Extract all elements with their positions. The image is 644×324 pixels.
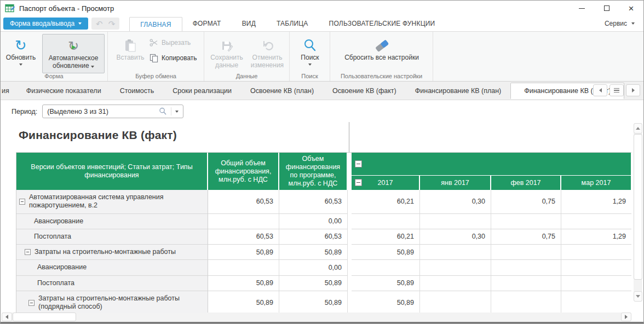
value-cell[interactable]: 50,89 <box>279 276 348 291</box>
pane-splitter <box>348 214 352 229</box>
refresh-button[interactable]: ↻ Обновить <box>3 34 39 66</box>
value-cell[interactable] <box>491 276 561 291</box>
collapse-year-icon[interactable] <box>355 179 362 186</box>
row-label-cell[interactable]: Авансирование <box>16 260 208 275</box>
tabs-scroll-left-button[interactable] <box>593 84 607 96</box>
value-cell[interactable]: 0,30 <box>420 229 491 245</box>
ribbon-tab-view[interactable]: ВИД <box>232 16 266 31</box>
value-cell[interactable]: 50,89 <box>208 276 279 291</box>
value-cell[interactable]: 0,75 <box>491 190 561 214</box>
value-cell[interactable] <box>561 245 631 260</box>
divider <box>171 107 171 115</box>
value-cell[interactable] <box>352 214 420 229</box>
maximize-button[interactable] <box>594 1 619 16</box>
row-label-cell[interactable]: Затраты на строительно-монтажные работы … <box>16 291 208 313</box>
value-cell[interactable]: 50,89 <box>352 291 420 313</box>
row-label-cell[interactable]: Постоплата <box>16 276 208 291</box>
value-cell[interactable]: 60,53 <box>208 229 279 245</box>
horizontal-scroll-thumb[interactable] <box>13 313 76 321</box>
auto-refresh-button[interactable]: ↻▶ Автоматическое обновление <box>42 34 105 73</box>
reset-settings-button[interactable]: Сбросить все настройки <box>341 34 423 62</box>
scroll-up-button[interactable] <box>634 123 642 134</box>
sheet-tab-terms[interactable]: Сроки реализации <box>163 87 241 95</box>
value-cell[interactable]: 0,00 <box>279 214 348 229</box>
arrow-right-icon <box>625 315 628 319</box>
value-cell[interactable] <box>491 291 561 313</box>
collapse-icon[interactable] <box>25 249 31 255</box>
value-cell[interactable] <box>561 214 631 229</box>
scroll-down-button[interactable] <box>634 291 642 302</box>
sheet-tab-development-plan[interactable]: Освоение КВ (план) <box>241 87 323 95</box>
value-cell[interactable] <box>561 260 631 275</box>
value-cell[interactable]: 0,75 <box>491 229 561 245</box>
value-cell[interactable]: 60,21 <box>352 229 420 245</box>
sheet-tab-physical[interactable]: Физические показатели <box>17 87 111 95</box>
value-cell[interactable]: 50,89 <box>208 291 279 313</box>
pane-splitter <box>348 291 352 313</box>
form-io-button[interactable]: Форма ввода/вывода <box>3 18 88 30</box>
collapse-all-icon[interactable] <box>355 160 362 167</box>
scroll-left-button[interactable] <box>2 313 12 321</box>
ribbon-tab-user-functions[interactable]: ПОЛЬЗОВАТЕЛЬСКИЕ ФУНКЦИИ <box>319 16 446 31</box>
row-label-cell[interactable]: Авансирование <box>16 214 208 229</box>
value-cell[interactable]: 60,53 <box>279 229 348 245</box>
value-cell[interactable]: 50,89 <box>352 276 420 291</box>
value-cell[interactable]: 60,53 <box>279 190 348 214</box>
sheet-tab-development-fact[interactable]: Освоение КВ (факт) <box>323 87 406 95</box>
scroll-right-button[interactable] <box>621 313 631 321</box>
table-row: Затраты на строительно-монтажные работы5… <box>16 245 631 260</box>
close-icon: × <box>629 4 634 13</box>
save-icon <box>220 39 233 52</box>
row-label-cell[interactable]: Автоматизированная система управления по… <box>16 190 208 214</box>
pane-splitter <box>348 276 352 291</box>
row-label-cell[interactable]: Затраты на строительно-монтажные работы <box>16 245 208 260</box>
value-cell[interactable]: 50,89 <box>208 245 279 260</box>
ribbon-tab-main[interactable]: ГЛАВНАЯ <box>129 17 182 31</box>
paste-button: Вставить <box>114 34 146 62</box>
value-cell[interactable] <box>208 260 279 275</box>
service-menu[interactable]: Сервис <box>605 20 635 27</box>
year-label: 2017 <box>378 179 393 187</box>
value-cell[interactable] <box>420 276 491 291</box>
value-cell[interactable]: 50,89 <box>352 245 420 260</box>
row-label-cell[interactable]: Постоплата <box>16 229 208 245</box>
tabs-list-button[interactable] <box>610 84 624 96</box>
value-cell[interactable] <box>420 214 491 229</box>
value-cell[interactable]: 0,30 <box>420 190 491 214</box>
value-cell[interactable]: 50,89 <box>279 291 348 313</box>
sheet-tab-clipped[interactable]: ия <box>1 87 17 95</box>
period-combobox[interactable]: (Выделено 3 из 31) <box>42 105 183 118</box>
tabs-scroll-right-button[interactable] <box>626 84 640 96</box>
value-cell[interactable]: 60,53 <box>208 190 279 214</box>
collapse-icon[interactable] <box>28 300 34 306</box>
vertical-scroll-thumb[interactable] <box>634 134 642 280</box>
ribbon-tab-format[interactable]: ФОРМАТ <box>182 16 232 31</box>
value-cell[interactable] <box>491 260 561 275</box>
value-cell[interactable] <box>420 291 491 313</box>
value-cell[interactable] <box>561 291 631 313</box>
value-cell[interactable] <box>352 260 420 275</box>
value-cell[interactable]: 50,89 <box>279 245 348 260</box>
copy-button[interactable]: Копировать <box>150 53 197 63</box>
vertical-scrollbar[interactable] <box>634 123 642 302</box>
minimize-button[interactable] <box>570 1 594 16</box>
close-button[interactable]: × <box>619 1 643 16</box>
value-cell[interactable]: 60,21 <box>352 190 420 214</box>
sheet-tab-financing-plan[interactable]: Финансирование КВ (план) <box>406 87 510 95</box>
table-body: Автоматизированная система управления по… <box>16 190 631 313</box>
collapse-icon[interactable] <box>19 199 25 205</box>
value-cell[interactable] <box>420 245 491 260</box>
value-cell[interactable]: 1,29 <box>561 190 631 214</box>
value-cell[interactable] <box>491 214 561 229</box>
sheet-tab-cost[interactable]: Стоимость <box>111 87 164 95</box>
value-cell[interactable]: 1,29 <box>561 229 631 245</box>
value-cell[interactable] <box>491 245 561 260</box>
value-cell[interactable] <box>208 214 279 229</box>
value-cell[interactable] <box>561 276 631 291</box>
value-cell[interactable]: 0,00 <box>279 260 348 275</box>
ribbon-tab-table[interactable]: ТАБЛИЦА <box>266 16 319 31</box>
eraser-icon <box>373 38 390 53</box>
value-cell[interactable] <box>420 260 491 275</box>
search-button[interactable]: Поиск <box>295 34 325 66</box>
horizontal-scrollbar[interactable] <box>2 313 631 321</box>
